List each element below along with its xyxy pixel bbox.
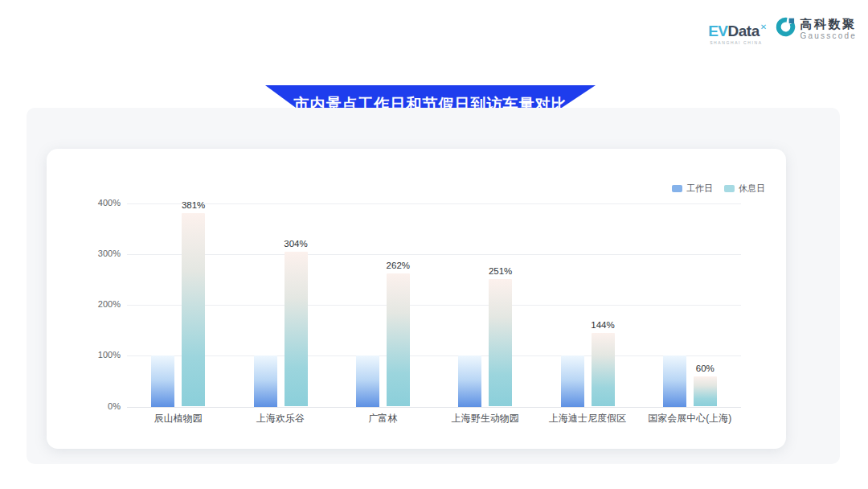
evdata-spark-icon: ✕: [760, 23, 767, 31]
gausscode-g-icon: [775, 16, 796, 41]
page: EVData✕ SHANGHAI CHINA 高科数聚 Gausscode 市内…: [0, 0, 868, 489]
bar-value-label: 60%: [669, 364, 741, 373]
y-tick-label: 300%: [79, 249, 121, 258]
y-tick-label: 0%: [79, 401, 121, 411]
bar-workday: [458, 355, 481, 406]
x-axis-label: 国家会展中心(上海): [633, 412, 746, 425]
x-axis-line: [127, 407, 741, 408]
x-axis-label: 辰山植物园: [122, 412, 235, 425]
bar-restday: [387, 273, 410, 407]
y-tick-label: 400%: [79, 198, 121, 208]
evdata-subtext: SHANGHAI CHINA: [710, 40, 762, 45]
y-tick-label: 200%: [79, 299, 121, 309]
gridline: [127, 254, 741, 255]
brand-area: EVData✕ SHANGHAI CHINA 高科数聚 Gausscode: [708, 16, 857, 45]
bar-workday: [254, 355, 277, 406]
evdata-data-text: Data: [728, 23, 760, 39]
bar-workday: [356, 355, 379, 406]
bar-restday: [182, 213, 205, 407]
gausscode-cn-name: 高科数聚: [800, 18, 857, 30]
gausscode-logo: 高科数聚 Gausscode: [775, 16, 857, 41]
gausscode-text: 高科数聚 Gausscode: [800, 18, 857, 40]
bar-value-label: 262%: [362, 261, 434, 270]
bar-restday: [694, 376, 717, 407]
bar-value-label: 381%: [158, 200, 230, 210]
bar-value-label: 251%: [465, 266, 537, 276]
gridline: [127, 305, 741, 306]
chart-card: 工作日 休息日 0%100%200%300%400%381%辰山植物园304%上…: [47, 149, 786, 449]
bar-value-label: 144%: [567, 320, 639, 330]
bar-workday: [561, 355, 584, 406]
x-axis-label: 广富林: [326, 412, 439, 425]
evdata-ev-text: EV: [708, 23, 727, 39]
y-tick-label: 100%: [79, 350, 121, 360]
x-axis-label: 上海欢乐谷: [224, 412, 337, 425]
x-axis-label: 上海野生动物园: [429, 412, 542, 425]
bar-restday: [489, 279, 512, 407]
x-axis-label: 上海迪士尼度假区: [531, 412, 644, 425]
evdata-logo: EVData✕ SHANGHAI CHINA: [708, 16, 766, 45]
bar-workday: [151, 355, 174, 406]
gausscode-en-name: Gausscode: [800, 32, 857, 40]
bar-value-label: 304%: [260, 239, 332, 249]
bar-chart-plot: 0%100%200%300%400%381%辰山植物园304%上海欢乐谷262%…: [47, 149, 786, 449]
evdata-wordmark: EVData✕: [708, 19, 766, 39]
gridline: [127, 355, 741, 356]
bar-restday: [285, 252, 308, 406]
chart-panel: 工作日 休息日 0%100%200%300%400%381%辰山植物园304%上…: [27, 108, 840, 464]
bar-restday: [592, 333, 615, 406]
